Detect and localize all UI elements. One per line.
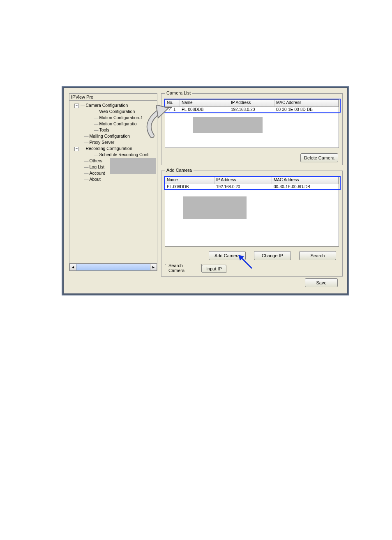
tree-label: Log List [90,164,105,169]
group-title: Add Camera [165,168,194,173]
nav-tree-panel: IPView Pro −—Camera Configuration —Web C… [69,93,157,282]
tree-hscrollbar[interactable]: ◄ ► [69,263,157,271]
cell-ip: 192.168.0.20 [229,107,274,113]
tree-label: Others [90,158,103,163]
tree-item-schedule[interactable]: —Schedule Recording Confi [94,152,156,158]
table-row[interactable]: ✓1 PL-008DDB 192.168.0.20 00-30-1E-00-8D… [165,107,339,114]
table-row[interactable]: PL-008DDB 192.168.0.20 00-30-1E-00-8D-DB [165,184,339,191]
scroll-right-icon[interactable]: ► [150,263,157,271]
tree-item-proxy[interactable]: —Proxy Server [84,139,156,145]
col-name[interactable]: Name [180,100,229,106]
save-button[interactable]: Save [305,278,338,287]
tree-label: Schedule Recording Confi [99,152,150,157]
collapse-icon[interactable]: − [74,147,79,151]
tree-label: Motion Configuration-1 [99,115,143,120]
nav-tree-header: IPView Pro [69,93,157,101]
tree-item-camera-config[interactable]: −—Camera Configuration [74,102,156,108]
tree-item-motion-1[interactable]: —Motion Configuration-1 [94,115,156,121]
col-ip[interactable]: IP Address [229,100,274,106]
cell-mac: 00-30-1E-00-8D-DB [274,107,339,113]
cell-no: ✓1 [165,107,180,113]
redaction-box [110,158,156,174]
tree-item-about[interactable]: —About [84,176,156,182]
tree-item-web-config[interactable]: —Web Configuration [94,108,156,115]
tree-item-recording[interactable]: −—Recording Configuration [74,145,156,152]
tab-input-ip[interactable]: Input IP [202,265,226,273]
col-name[interactable]: Name [165,177,214,184]
tree-label: Mailing Configuration [90,134,130,138]
add-camera-group: Add Camera Name IP Address MAC Address P… [161,171,343,277]
redaction-box [183,196,247,219]
col-mac[interactable]: MAC Address [272,177,339,184]
nav-tree[interactable]: −—Camera Configuration —Web Configuratio… [69,101,157,271]
group-title: Camera List [165,90,192,95]
tree-label: Account [90,171,105,175]
tree-label: Camera Configuration [86,103,128,108]
search-button[interactable]: Search [299,251,336,260]
tree-label: Tools [99,127,110,132]
col-ip[interactable]: IP Address [214,177,272,184]
redaction-box [193,117,263,133]
app-window: IPView Pro −—Camera Configuration —Web C… [62,86,349,295]
add-camera-button[interactable]: Add Camera [209,251,246,260]
tree-label: About [90,177,101,182]
tree-item-mailing[interactable]: —Mailing Configuration [84,133,156,139]
col-mac[interactable]: MAC Address [274,100,339,106]
window-client-area: IPView Pro −—Camera Configuration —Web C… [66,90,345,291]
cell-name: PL-008DDB [165,184,214,191]
delete-camera-button[interactable]: Delete Camera [300,153,338,162]
scroll-left-icon[interactable]: ◄ [69,263,76,271]
table-header-row: Name IP Address MAC Address [165,177,339,184]
camera-list-group: Camera List No. Name IP Address MAC Addr… [161,93,343,165]
table-header-row: No. Name IP Address MAC Address [165,100,339,107]
tree-item-motion-2[interactable]: —Motion Configuratio [94,121,156,127]
tree-item-tools[interactable]: —Tools [94,127,156,133]
tab-search-camera[interactable]: Search Camera [165,264,202,272]
tree-label: Proxy Server [90,140,115,145]
tree-label: Motion Configuratio [99,121,137,126]
col-no[interactable]: No. [165,100,180,106]
collapse-icon[interactable]: − [74,104,79,108]
cell-ip: 192.168.0.20 [214,184,272,191]
scroll-track[interactable] [76,263,150,271]
tree-label: Recording Configuration [86,146,132,151]
checkbox-icon[interactable]: ✓ [167,107,172,113]
tree-label: Web Configuration [99,109,135,114]
cell-name: PL-008DDB [180,107,229,113]
cell-mac: 00-30-1E-00-8D-DB [272,184,339,191]
change-ip-button[interactable]: Change IP [254,251,291,260]
